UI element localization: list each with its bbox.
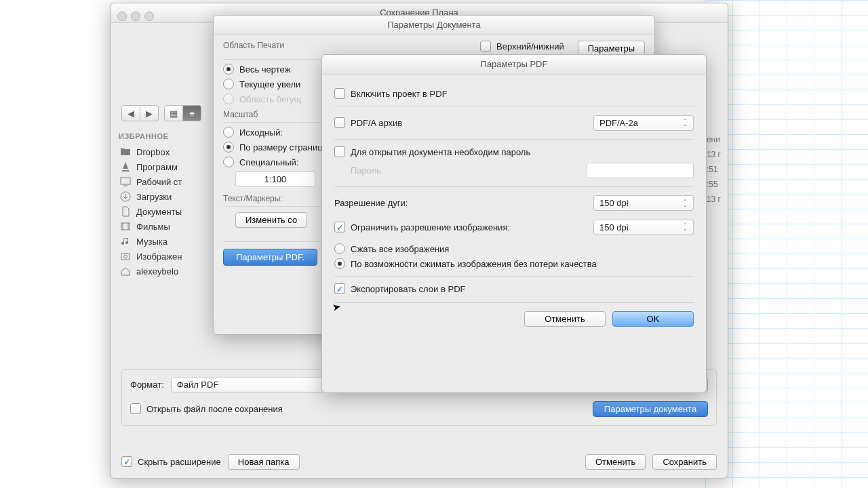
radio-label: Весь чертеж: [239, 64, 290, 75]
downloads-icon: [120, 191, 131, 202]
checkbox-label: Экспортировать слои в PDF: [351, 284, 465, 294]
home-icon: [120, 266, 131, 277]
limit-resolution-select[interactable]: 150 dpi: [593, 220, 694, 235]
pdf-params-dialog: Параметры PDF Включить проект в PDF PDF/…: [321, 54, 707, 393]
sidebar-item-documents[interactable]: Документы: [119, 204, 220, 219]
password-input[interactable]: [587, 163, 694, 178]
compress-lossless-radio[interactable]: По возможности сжимать изображения без п…: [334, 258, 694, 269]
movies-icon: [120, 221, 131, 232]
checkbox-label: Для открытия документа необходим пароль: [351, 147, 530, 157]
folder-icon: [120, 146, 131, 157]
nav-forward-button[interactable]: ▶: [140, 105, 159, 121]
sidebar-item-label: Загрузки: [136, 192, 172, 202]
checkbox-label: Верхний/нижний: [496, 41, 564, 52]
format-value: Файл PDF: [177, 380, 219, 390]
pdf-ok-button[interactable]: OK: [612, 311, 694, 327]
sidebar-item-label: Документы: [136, 207, 182, 217]
sidebar-item-label: Изображен: [136, 251, 182, 262]
updown-icon: [683, 200, 688, 207]
open-after-save-checkbox[interactable]: Открыть файл после сохранения: [130, 403, 283, 414]
save-button[interactable]: Сохранить: [652, 454, 717, 470]
sidebar-item-label: Фильмы: [136, 222, 170, 232]
doc-dialog-title: Параметры Документа: [214, 16, 654, 35]
pdf-cancel-button[interactable]: Отменить: [524, 311, 606, 327]
doc-params-button[interactable]: Параметры документа: [593, 401, 708, 417]
radio-label: Текущее увели: [239, 79, 300, 89]
select-value: 150 dpi: [599, 222, 629, 232]
format-label: Формат:: [130, 380, 164, 390]
embed-project-checkbox[interactable]: Включить проект в PDF: [334, 88, 694, 99]
print-area-label: Область Печати: [223, 41, 284, 50]
sidebar-item-label: Программ: [136, 162, 178, 172]
checkbox-label: Открыть файл после сохранения: [146, 404, 283, 414]
password-required-checkbox[interactable]: Для открытия документа необходим пароль: [334, 146, 694, 157]
select-value: PDF/A-2a: [599, 118, 638, 128]
pdf-params-button[interactable]: Параметры PDF.: [223, 249, 317, 266]
cancel-button[interactable]: Отменить: [585, 454, 646, 470]
nav-back-button[interactable]: ◀: [121, 105, 140, 121]
scale-value-input[interactable]: 1:100: [235, 171, 315, 187]
sidebar-item-label: Рабочий ст: [136, 177, 182, 187]
sidebar-item-label: Dropbox: [136, 147, 170, 157]
documents-icon: [120, 206, 131, 217]
view-icon-button[interactable]: ▦: [164, 105, 183, 121]
updown-icon: [683, 119, 688, 126]
pdf-dialog-title: Параметры PDF: [322, 55, 706, 75]
checkbox-label: Скрыть расширение: [138, 457, 221, 467]
cad-background: [705, 0, 868, 488]
sidebar-item-music[interactable]: Музыка: [119, 234, 220, 249]
sidebar-heading: ИЗБРАННОЕ: [119, 132, 220, 140]
desktop-icon: [120, 176, 131, 187]
radio-label: Исходный:: [239, 127, 283, 138]
radio-label: Специальный:: [239, 157, 298, 167]
radio-label: Сжать все изображения: [351, 244, 449, 254]
sidebar-item-label: Музыка: [136, 237, 167, 247]
sidebar: ИЗБРАННОЕ Dropbox Программ Рабочий ст За…: [119, 132, 220, 279]
music-icon: [120, 236, 131, 247]
hide-extension-checkbox[interactable]: ✓Скрыть расширение: [121, 456, 221, 467]
compress-all-radio[interactable]: Сжать все изображения: [334, 243, 694, 254]
new-folder-button[interactable]: Новая папка: [228, 454, 300, 470]
radio-label: По размеру страницы:: [239, 142, 332, 152]
checkbox-label: Ограничить разрешение изображения:: [351, 222, 510, 232]
header-footer-checkbox[interactable]: Верхний/нижний: [480, 41, 564, 52]
sidebar-item-downloads[interactable]: Загрузки: [119, 189, 220, 204]
arc-resolution-select[interactable]: 150 dpi: [593, 195, 694, 211]
pictures-icon: [120, 251, 131, 262]
radio-label: Область бегущ: [239, 94, 301, 104]
view-list-button[interactable]: ≡: [183, 105, 201, 121]
limit-resolution-checkbox[interactable]: ✓Ограничить разрешение изображения:: [334, 222, 587, 232]
pdfa-version-select[interactable]: PDF/A-2a: [593, 115, 694, 131]
checkbox-label: PDF/A архив: [351, 118, 402, 128]
change-markers-button[interactable]: Изменить со: [235, 212, 307, 228]
pdfa-checkbox[interactable]: PDF/A архив: [334, 117, 587, 128]
radio-label: По возможности сжимать изображения без п…: [351, 259, 597, 269]
apps-icon: [120, 161, 131, 172]
sidebar-item-pictures[interactable]: Изображен: [119, 249, 220, 264]
arc-resolution-label: Разрешение дуги:: [334, 198, 587, 208]
svg-point-4: [124, 255, 127, 258]
checkbox-label: Включить проект в PDF: [351, 89, 448, 99]
sidebar-item-home[interactable]: alexeybelo: [119, 264, 220, 279]
sidebar-item-desktop[interactable]: Рабочий ст: [119, 174, 220, 189]
sidebar-item-label: alexeybelo: [136, 266, 178, 277]
traffic-lights[interactable]: [117, 12, 154, 21]
updown-icon: [683, 224, 688, 230]
sidebar-item-movies[interactable]: Фильмы: [119, 219, 220, 234]
export-layers-checkbox[interactable]: ✓Экспортировать слои в PDF: [334, 283, 694, 294]
sidebar-item-apps[interactable]: Программ: [119, 159, 220, 174]
select-value: 150 dpi: [599, 198, 629, 208]
password-label: Пароль:: [351, 165, 384, 176]
sidebar-item-dropbox[interactable]: Dropbox: [119, 144, 220, 159]
svg-rect-0: [121, 178, 130, 184]
svg-rect-3: [121, 253, 130, 260]
